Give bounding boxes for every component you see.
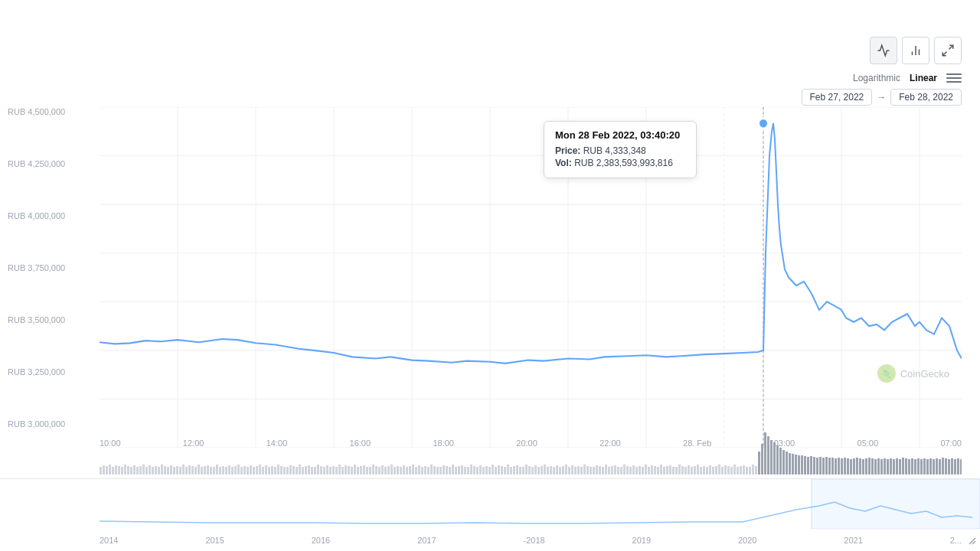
y-label-7: RUB 3,000,000 [8, 419, 65, 429]
svg-rect-219 [691, 467, 693, 474]
svg-rect-179 [568, 467, 570, 474]
svg-rect-48 [167, 467, 169, 474]
svg-rect-106 [345, 465, 347, 474]
svg-rect-59 [201, 467, 203, 474]
svg-rect-155 [495, 467, 497, 474]
svg-rect-140 [449, 467, 451, 474]
svg-rect-167 [531, 467, 534, 474]
mini-label-2022: 2... [950, 536, 962, 545]
svg-rect-132 [424, 466, 426, 474]
svg-rect-89 [292, 466, 295, 474]
svg-rect-279 [874, 459, 877, 474]
svg-rect-120 [387, 466, 390, 474]
svg-rect-125 [403, 465, 405, 474]
svg-rect-30 [112, 467, 114, 474]
svg-rect-291 [911, 458, 913, 474]
line-chart-button[interactable] [870, 37, 897, 64]
tooltip-price-label: Price: [555, 145, 580, 156]
svg-rect-138 [443, 465, 445, 474]
svg-rect-47 [164, 466, 166, 474]
svg-rect-272 [853, 458, 855, 474]
svg-rect-176 [559, 467, 561, 474]
svg-rect-305 [954, 459, 956, 474]
svg-rect-249 [782, 450, 785, 474]
svg-rect-201 [635, 467, 638, 474]
svg-rect-91 [299, 465, 301, 474]
svg-rect-67 [225, 467, 227, 474]
main-container: Logarithmic Linear Feb 27, 2022 → Feb 28… [0, 0, 980, 551]
svg-rect-35 [127, 466, 129, 474]
svg-rect-152 [485, 466, 488, 474]
svg-rect-166 [528, 466, 531, 474]
svg-rect-289 [905, 458, 907, 474]
logarithmic-scale-btn[interactable]: Logarithmic [850, 71, 903, 85]
y-label-3: RUB 4,000,000 [8, 211, 65, 220]
watermark-text: CoinGecko [900, 368, 949, 380]
svg-rect-175 [556, 465, 558, 474]
volume-svg: // Generated via JS - we'll do it inline… [100, 429, 962, 474]
svg-rect-148 [473, 466, 475, 474]
scale-selector: Logarithmic Linear [850, 70, 962, 86]
menu-button[interactable] [946, 70, 962, 86]
svg-rect-242 [761, 444, 763, 474]
mini-label-2018: -2018 [524, 536, 545, 545]
mini-label-2021: 2021 [844, 536, 862, 545]
svg-rect-233 [733, 465, 736, 474]
svg-rect-275 [862, 459, 864, 474]
svg-rect-207 [654, 466, 656, 474]
y-axis: RUB 4,500,000 RUB 4,250,000 RUB 4,000,00… [8, 107, 65, 429]
svg-rect-186 [590, 467, 592, 474]
resize-handle[interactable] [968, 536, 977, 548]
svg-rect-206 [651, 465, 653, 474]
svg-rect-169 [537, 467, 540, 474]
svg-rect-64 [216, 465, 218, 474]
svg-rect-199 [629, 467, 632, 474]
svg-rect-174 [553, 467, 555, 474]
svg-rect-51 [176, 466, 178, 474]
svg-rect-187 [593, 467, 595, 474]
svg-rect-294 [920, 459, 923, 474]
svg-rect-115 [372, 465, 374, 474]
svg-rect-229 [721, 467, 724, 474]
svg-rect-124 [400, 467, 402, 474]
svg-rect-264 [828, 458, 831, 474]
svg-rect-281 [880, 459, 883, 474]
svg-rect-231 [727, 466, 730, 474]
svg-rect-213 [672, 467, 675, 474]
svg-rect-307 [960, 459, 962, 474]
svg-rect-253 [795, 455, 797, 474]
svg-rect-117 [378, 467, 381, 474]
svg-rect-259 [813, 457, 815, 474]
svg-rect-271 [850, 459, 852, 474]
svg-rect-27 [103, 465, 105, 474]
linear-scale-btn[interactable]: Linear [906, 71, 940, 85]
svg-rect-50 [173, 467, 175, 474]
y-label-4: RUB 3,750,000 [8, 263, 65, 272]
svg-rect-250 [786, 452, 788, 474]
svg-rect-177 [562, 466, 564, 474]
svg-rect-70 [234, 466, 237, 474]
y-label-5: RUB 3,500,000 [8, 315, 65, 324]
date-to[interactable]: Feb 28, 2022 [890, 89, 962, 106]
tooltip-vol-label: Vol: [555, 158, 572, 168]
svg-rect-104 [338, 465, 341, 474]
svg-rect-143 [458, 466, 460, 474]
svg-rect-34 [124, 465, 126, 474]
date-from[interactable]: Feb 27, 2022 [802, 89, 873, 106]
svg-point-25 [759, 119, 768, 129]
svg-rect-134 [430, 465, 433, 474]
svg-rect-246 [773, 442, 776, 474]
mini-label-2014: 2014 [100, 536, 118, 545]
svg-rect-232 [730, 467, 733, 474]
svg-rect-108 [351, 467, 353, 474]
mini-label-2020: 2020 [738, 536, 756, 545]
svg-rect-181 [574, 467, 577, 474]
y-label-1: RUB 4,500,000 [8, 107, 65, 116]
y-label-2: RUB 4,250,000 [8, 159, 65, 168]
svg-rect-192 [608, 467, 610, 474]
svg-rect-203 [642, 467, 644, 474]
svg-rect-55 [188, 465, 191, 474]
bar-chart-button[interactable] [902, 37, 929, 64]
svg-rect-110 [357, 467, 359, 474]
fullscreen-button[interactable] [934, 37, 962, 64]
